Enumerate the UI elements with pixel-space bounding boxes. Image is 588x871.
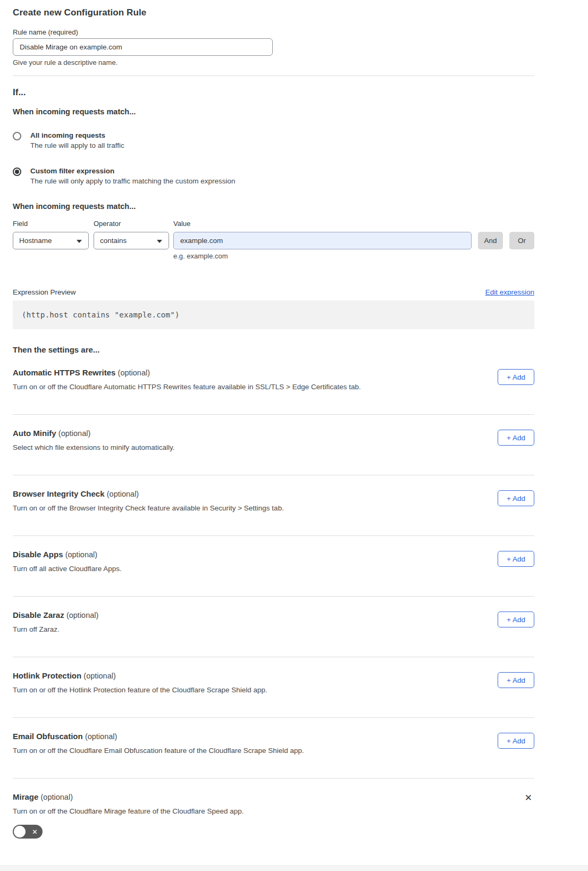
toggle-off-x-icon: ✕: [32, 828, 38, 835]
page-title: Create new Configuration Rule: [13, 7, 534, 18]
add-button[interactable]: + Add: [498, 733, 534, 749]
setting-optional: (optional): [118, 368, 150, 377]
mirage-toggle[interactable]: ✕: [13, 825, 43, 839]
value-label: Value: [173, 220, 472, 228]
builder-heading: When incoming requests match...: [13, 202, 534, 211]
value-help: e.g. example.com: [173, 252, 534, 260]
add-button[interactable]: + Add: [498, 551, 534, 567]
chevron-down-icon: [77, 240, 82, 243]
setting-desc: Turn on or off the Cloudflare Automatic …: [13, 383, 487, 391]
setting-optional: (optional): [85, 732, 117, 741]
settings-list: Automatic HTTPS Rewrites (optional) Turn…: [13, 354, 534, 778]
setting-optional: (optional): [65, 550, 97, 559]
setting-desc: Turn on or off the Hotlink Protection fe…: [13, 686, 487, 694]
bottom-strip: [0, 865, 588, 871]
operator-label: Operator: [94, 220, 169, 228]
match-heading: When incoming requests match...: [13, 107, 534, 116]
add-button[interactable]: + Add: [498, 490, 534, 506]
or-button[interactable]: Or: [509, 232, 534, 249]
toggle-knob: [14, 826, 26, 838]
setting-desc: Select which file extensions to minify a…: [13, 443, 487, 451]
setting-name: Auto Minify (optional): [13, 429, 487, 438]
setting-desc: Turn on or off the Cloudflare Mirage fea…: [13, 807, 514, 815]
setting-row: Hotlink Protection (optional) Turn on or…: [13, 657, 534, 718]
radio-option-all-incoming[interactable]: All incoming requests The rule will appl…: [13, 131, 534, 149]
setting-row: Disable Apps (optional) Turn off all act…: [13, 536, 534, 597]
radio-icon[interactable]: [13, 132, 21, 140]
if-heading: If...: [13, 87, 534, 98]
setting-desc: Turn off all active Cloudflare Apps.: [13, 565, 487, 573]
setting-row: Browser Integrity Check (optional) Turn …: [13, 475, 534, 536]
add-button[interactable]: + Add: [498, 430, 534, 446]
create-rule-page: Create new Configuration Rule Rule name …: [13, 0, 534, 839]
setting-row: Automatic HTTPS Rewrites (optional) Turn…: [13, 354, 534, 415]
setting-name: Automatic HTTPS Rewrites (optional): [13, 368, 487, 377]
setting-optional: (optional): [107, 490, 139, 498]
radio-icon[interactable]: [13, 168, 21, 176]
radio-option-desc: The rule will apply to all traffic: [30, 141, 124, 149]
setting-desc: Turn on or off the Cloudflare Email Obfu…: [13, 747, 487, 755]
close-icon[interactable]: ✕: [525, 793, 532, 802]
then-heading: Then the settings are...: [13, 345, 534, 354]
radio-option-label: Custom filter expression: [30, 167, 235, 175]
setting-row: Email Obfuscation (optional) Turn on or …: [13, 718, 534, 778]
and-button[interactable]: And: [478, 232, 503, 249]
setting-name: Email Obfuscation (optional): [13, 732, 487, 741]
radio-option-desc: The rule will only apply to traffic matc…: [30, 177, 235, 185]
condition-row: Field Hostname Operator contains Value A…: [13, 220, 534, 249]
setting-optional: (optional): [83, 672, 115, 680]
section-divider: [13, 76, 534, 76]
setting-optional: (optional): [41, 793, 73, 801]
radio-option-custom-filter[interactable]: Custom filter expression The rule will o…: [13, 167, 534, 185]
add-button[interactable]: + Add: [498, 672, 534, 688]
setting-desc: Turn on or off the Browser Integrity Che…: [13, 504, 487, 512]
field-select-value: Hostname: [19, 237, 52, 245]
expression-preview-label: Expression Preview: [13, 288, 76, 296]
setting-name: Disable Zaraz (optional): [13, 610, 487, 619]
edit-expression-link[interactable]: Edit expression: [485, 288, 534, 296]
setting-name: Mirage (optional): [13, 792, 514, 801]
setting-name: Hotlink Protection (optional): [13, 671, 487, 680]
rule-name-label: Rule name (required): [13, 28, 534, 36]
setting-row: Disable Zaraz (optional) Turn off Zaraz.…: [13, 597, 534, 657]
setting-name: Disable Apps (optional): [13, 550, 487, 559]
setting-row: Auto Minify (optional) Select which file…: [13, 415, 534, 475]
rule-name-input[interactable]: [13, 38, 273, 56]
chevron-down-icon: [157, 240, 162, 243]
rule-name-help: Give your rule a descriptive name.: [13, 58, 534, 66]
expression-preview-code: (http.host contains "example.com"): [13, 300, 534, 329]
operator-select-value: contains: [100, 237, 127, 245]
setting-desc: Turn off Zaraz.: [13, 625, 487, 633]
setting-row-mirage: Mirage (optional) Turn on or off the Clo…: [13, 778, 534, 839]
value-input[interactable]: [173, 232, 472, 249]
radio-option-label: All incoming requests: [30, 131, 124, 139]
setting-optional: (optional): [58, 429, 90, 438]
add-button[interactable]: + Add: [498, 612, 534, 627]
field-select[interactable]: Hostname: [13, 232, 89, 249]
operator-select[interactable]: contains: [94, 232, 169, 249]
field-label: Field: [13, 220, 89, 228]
setting-optional: (optional): [66, 611, 98, 619]
setting-name: Browser Integrity Check (optional): [13, 489, 487, 498]
add-button[interactable]: + Add: [498, 369, 534, 385]
